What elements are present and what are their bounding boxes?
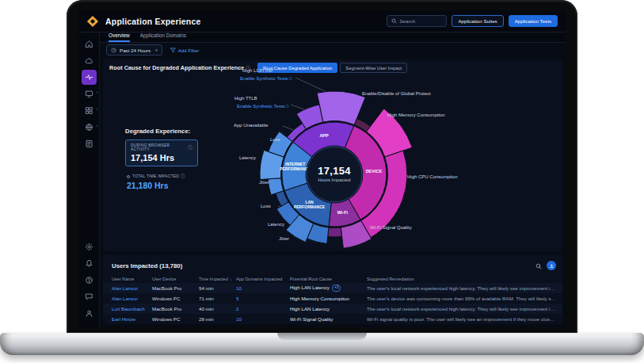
sidebar-item-notifications[interactable] [82, 256, 97, 271]
user-name-link[interactable]: Alan Larson [112, 285, 152, 291]
table-row[interactable]: Earl HintzeWindows PC28 min10Wi-Fi Signa… [103, 314, 562, 324]
col-potential-root-cause[interactable]: Potential Root Cause [290, 277, 367, 281]
time-range-value: Past 24 Hours [120, 48, 151, 53]
sidebar: › › › [78, 32, 100, 327]
users-impacted-title: Users Impacted (13,780) [112, 262, 182, 269]
app-domains-count[interactable]: 2 [236, 306, 290, 311]
user-device: MacBook Pro [152, 285, 199, 291]
user-name-link[interactable]: Earl Hintze [112, 316, 152, 322]
gear-icon [85, 243, 93, 251]
tab-application-domains[interactable]: Application Domains [140, 32, 186, 42]
app-domains-count[interactable]: 10 [236, 285, 290, 291]
report-icon [85, 139, 93, 148]
time-range-select[interactable]: Past 24 Hours ▾ [106, 44, 162, 55]
filter-bar: Past 24 Hours ▾ Add Filter [100, 43, 566, 57]
user-device: Windows PC [152, 316, 199, 322]
callout-high-ttlb: High TTLB [234, 96, 257, 101]
sidebar-item-feedback[interactable] [82, 289, 97, 304]
col-user-device[interactable]: User Device [152, 277, 199, 281]
ring-label-app: APP [319, 133, 329, 138]
user-name-link[interactable]: Lori Baumbach [112, 306, 152, 311]
col-user-name[interactable]: User Name [112, 277, 152, 281]
tab-overview[interactable]: Overview [109, 32, 130, 42]
sidebar-item-settings[interactable] [82, 239, 97, 254]
laptop-screen: Application Experience Search Applicatio… [67, 0, 577, 334]
callout-lan-jitter: Jitter [279, 236, 289, 241]
globe-icon [85, 123, 93, 132]
home-icon [85, 40, 93, 48]
app-domains-count[interactable]: 5 [236, 296, 290, 301]
table-search-button[interactable] [535, 258, 542, 273]
chat-bubble-icon [85, 292, 93, 301]
sidebar-item-application-experience[interactable] [82, 70, 97, 85]
table-header-row: User NameUser DeviceTime Impacted↓App Do… [103, 275, 562, 283]
time-impacted: 28 min [199, 316, 236, 322]
user-name-link[interactable]: Alan Larson [112, 296, 152, 301]
table-body: Alan LarsonMacBook Pro94 min10High LAN L… [103, 283, 562, 324]
chevron-right-icon: › [97, 123, 98, 128]
download-button[interactable] [547, 261, 556, 270]
callout-internet-loss: Loss [270, 137, 280, 142]
callout-high-memory: High Memory Consumption [387, 113, 445, 117]
add-filter-button[interactable]: Add Filter [170, 48, 199, 53]
app-window: Application Experience Search Applicatio… [78, 10, 566, 327]
enable-synthetic-tests-link[interactable]: Enable Synthetic Testsⓘ [237, 104, 289, 109]
root-cause-extra-badge[interactable]: +3 [332, 285, 341, 292]
info-icon: ⓘ [289, 77, 293, 81]
callout-internet-latency: Latency [239, 155, 256, 160]
search-input[interactable]: Search [387, 15, 447, 27]
remediation-text: Wi-Fi signal quality is poor. The user w… [367, 316, 556, 322]
col-app-domains-impacted[interactable]: App Domains Impacted [236, 277, 290, 281]
table-row[interactable]: Alan LarsonWindows PC71 min5High Memory … [103, 293, 562, 304]
root-cause: Wi-Fi Signal Quality [290, 316, 367, 322]
col-suggested-remediation[interactable]: Suggested Remediation [367, 277, 556, 281]
topbar-actions: Search Application Suites Application Te… [387, 15, 558, 27]
sunburst-child-sub[interactable] [328, 227, 342, 237]
col-time-impacted[interactable]: Time Impacted↓ [199, 277, 236, 281]
funnel-icon [170, 48, 176, 53]
clock-icon [111, 48, 116, 53]
callout-wifi-signal: Wi-Fi Signal Quality [370, 225, 412, 230]
time-impacted: 71 min [199, 296, 236, 301]
root-cause: High Memory Consumption [290, 296, 367, 301]
link-label: Enable Synthetic Tests [237, 104, 285, 109]
time-impacted: 40 min [199, 306, 236, 311]
remediation-text: The user's local network experienced hig… [367, 285, 556, 291]
sunburst-chart: APPDEVICEWi-FiLANPERFORMANCEINTERNETPERF… [103, 59, 562, 251]
sidebar-item-reports[interactable] [82, 136, 97, 151]
sidebar-item-network[interactable]: › [82, 120, 97, 135]
search-icon [535, 263, 542, 269]
root-cause-panel: Root Cause for Degraded Application Expe… [103, 59, 562, 251]
search-placeholder: Search [399, 18, 415, 24]
activity-pulse-icon [85, 73, 93, 82]
laptop-base-notch [277, 333, 367, 340]
users-impacted-panel: Users Impacted (13,780) User NameUser De… [103, 254, 562, 324]
user-device: Windows PC [152, 296, 199, 301]
sort-desc-icon[interactable]: ↓ [230, 277, 232, 281]
sidebar-item-help[interactable] [82, 273, 97, 288]
chevron-right-icon: › [97, 106, 98, 111]
application-suites-button[interactable]: Application Suites [452, 15, 503, 27]
top-bar: Application Experience Search Applicatio… [78, 10, 566, 32]
sidebar-item-home[interactable] [82, 36, 97, 52]
application-tests-button[interactable]: Application Tests [509, 15, 558, 27]
ring-label-device: DEVICE [366, 169, 383, 174]
search-icon [391, 18, 397, 24]
sidebar-item-apps[interactable]: › [82, 103, 97, 118]
user-device: MacBook Pro [152, 306, 199, 311]
sidebar-item-cloud[interactable] [82, 53, 97, 68]
sidebar-item-account[interactable] [82, 306, 97, 321]
help-icon [85, 276, 93, 285]
app-domains-count[interactable]: 10 [236, 316, 290, 322]
cloud-icon [85, 56, 93, 65]
time-impacted: 94 min [199, 285, 236, 291]
callout-app-unavailable: App Unavailable [234, 123, 269, 128]
table-row[interactable]: Alan LarsonMacBook Pro94 min10High LAN L… [103, 283, 562, 293]
table-row[interactable]: Lori BaumbachMacBook Pro40 min2High LAN … [103, 304, 562, 314]
callout-high-cpu: High CPU Consumption [407, 174, 458, 179]
sidebar-item-devices[interactable]: › [82, 86, 97, 101]
info-icon: ⓘ [286, 105, 290, 109]
tab-bar: Overview Application Domains [100, 32, 566, 43]
callout-lan-loss: Loss [261, 204, 271, 208]
enable-synthetic-tests-link[interactable]: Enable Synthetic Testsⓘ [240, 76, 292, 81]
